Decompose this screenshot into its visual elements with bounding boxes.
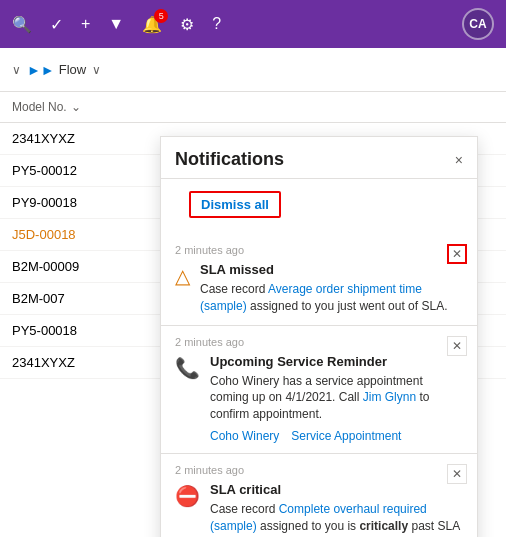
phone-icon: 📞 — [175, 356, 200, 380]
panel-header: Notifications × — [161, 137, 477, 179]
critical-icon: ⛔ — [175, 484, 200, 508]
notif-time: 2 minutes ago — [175, 336, 463, 348]
notif-content: SLA missed Case record Average order shi… — [200, 262, 463, 315]
search-icon[interactable]: 🔍 — [12, 15, 32, 34]
table-header: Model No. ⌄ — [0, 92, 506, 123]
notif-body: ⛔ SLA critical Case record Complete over… — [175, 482, 463, 537]
panel-title: Notifications — [175, 149, 284, 170]
filter-icon[interactable]: ▼ — [108, 15, 124, 33]
notif-dismiss-button[interactable]: ✕ — [447, 244, 467, 264]
notif-content: Upcoming Service Reminder Coho Winery ha… — [210, 354, 463, 443]
warning-icon: △ — [175, 264, 190, 288]
sort-icon[interactable]: ⌄ — [71, 100, 81, 114]
breadcrumb-flow: ►► Flow ∨ — [27, 62, 101, 78]
notif-dismiss-button[interactable]: ✕ — [447, 464, 467, 484]
main-content: Model No. ⌄ 2341XYXZPY5-00012PY9-00018J5… — [0, 92, 506, 537]
notif-action-service[interactable]: Service Appointment — [291, 429, 401, 443]
flow-icon: ►► — [27, 62, 55, 78]
bell-badge: 5 — [154, 9, 168, 23]
model-cell: B2M-007 — [12, 291, 112, 306]
notifications-list: 2 minutes ago ✕ △ SLA missed Case record… — [161, 234, 477, 537]
notif-title: SLA missed — [200, 262, 463, 277]
panel-close-button[interactable]: × — [455, 152, 463, 168]
breadcrumb-chevron-left[interactable]: ∨ — [12, 63, 21, 77]
notif-dismiss-button[interactable]: ✕ — [447, 336, 467, 356]
notification-item-service-reminder: 2 minutes ago ✕ 📞 Upcoming Service Remin… — [161, 326, 477, 454]
breadcrumb-flow-label: Flow — [59, 62, 86, 77]
dismiss-all-button[interactable]: Dismiss all — [189, 191, 281, 218]
model-cell: PY5-00018 — [12, 323, 112, 338]
model-cell: B2M-00009 — [12, 259, 112, 274]
model-column-header: Model No. — [12, 100, 67, 114]
notif-title: Upcoming Service Reminder — [210, 354, 463, 369]
notif-link[interactable]: Jim Glynn — [363, 390, 416, 404]
model-cell: 2341XYXZ — [12, 131, 112, 146]
model-cell: PY5-00012 — [12, 163, 112, 178]
help-icon[interactable]: ? — [212, 15, 221, 33]
notif-text: Coho Winery has a service appointment co… — [210, 374, 429, 422]
notif-title: SLA critical — [210, 482, 463, 497]
notif-link[interactable]: Average order shipment time (sample) — [200, 282, 422, 313]
notif-time: 2 minutes ago — [175, 464, 463, 476]
notification-item-sla-critical: 2 minutes ago ✕ ⛔ SLA critical Case reco… — [161, 454, 477, 537]
notif-description: Case record Average order shipment time … — [200, 281, 463, 315]
notification-item-sla-missed: 2 minutes ago ✕ △ SLA missed Case record… — [161, 234, 477, 326]
top-nav: 🔍 ✓ + ▼ 🔔 5 ⚙ ? CA — [0, 0, 506, 48]
notifications-panel: Notifications × Dismiss all 2 minutes ag… — [160, 136, 478, 537]
bell-icon[interactable]: 🔔 5 — [142, 15, 162, 34]
notif-actions: Coho Winery Service Appointment — [210, 429, 463, 443]
add-icon[interactable]: + — [81, 15, 90, 33]
notif-content: SLA critical Case record Complete overha… — [210, 482, 463, 537]
breadcrumb-chevron-right[interactable]: ∨ — [92, 63, 101, 77]
notif-body: △ SLA missed Case record Average order s… — [175, 262, 463, 315]
avatar[interactable]: CA — [462, 8, 494, 40]
model-cell: PY9-00018 — [12, 195, 112, 210]
notif-bold: critically — [359, 519, 408, 533]
settings-icon[interactable]: ⚙ — [180, 15, 194, 34]
notif-text: Case record Complete overhaul required (… — [210, 502, 460, 537]
tasks-icon[interactable]: ✓ — [50, 15, 63, 34]
notif-description: Coho Winery has a service appointment co… — [210, 373, 463, 423]
breadcrumb-bar: ∨ ►► Flow ∨ — [0, 48, 506, 92]
notif-action-coho[interactable]: Coho Winery — [210, 429, 279, 443]
notif-description: Case record Complete overhaul required (… — [210, 501, 463, 537]
notif-time: 2 minutes ago — [175, 244, 463, 256]
model-cell: 2341XYXZ — [12, 355, 112, 370]
notif-text: Case record Average order shipment time … — [200, 282, 447, 313]
model-cell: J5D-00018 — [12, 227, 112, 242]
notif-body: 📞 Upcoming Service Reminder Coho Winery … — [175, 354, 463, 443]
